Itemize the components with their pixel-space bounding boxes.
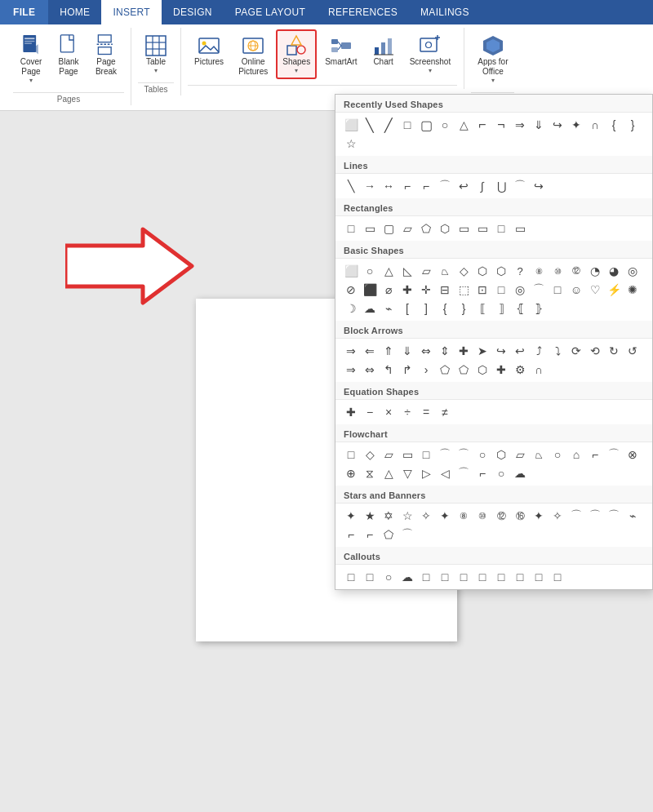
flow-internal[interactable]: □	[417, 446, 435, 464]
basic-bracket-r[interactable]: ]	[417, 300, 435, 317]
line-curved-arrow[interactable]: ↩	[455, 177, 473, 195]
banner-ribbon[interactable]: ⌐	[342, 526, 360, 544]
basic-donut[interactable]: ◎	[624, 262, 642, 280]
block-up[interactable]: ⇑	[380, 342, 398, 360]
flow-database[interactable]: ○	[492, 464, 510, 482]
rect-7[interactable]: ▭	[455, 220, 473, 237]
basic-heart[interactable]: ♡	[586, 281, 604, 299]
eq-equals[interactable]: =	[417, 403, 435, 421]
tab-design[interactable]: DESIGN	[162, 0, 224, 24]
shape-arrow-right[interactable]: ⇒	[511, 116, 529, 134]
star-7pt[interactable]: ☆	[398, 507, 416, 525]
online-pictures-button[interactable]: OnlinePictures	[232, 29, 274, 82]
banner-scroll[interactable]: ⌒	[605, 507, 623, 525]
basic-question[interactable]: ?	[511, 262, 529, 280]
rect-10[interactable]: ▭	[511, 220, 529, 237]
flow-loop-limit[interactable]: ⌐	[473, 464, 491, 482]
block-left-right[interactable]: ⇔	[417, 342, 435, 360]
block-cw-rotate[interactable]: ⟳	[567, 342, 585, 360]
block-plus-arrow[interactable]: ✚	[492, 361, 510, 379]
basic-brace-l[interactable]: {	[436, 300, 454, 317]
smartart-button[interactable]: SmartArt	[318, 29, 363, 72]
flow-cloud[interactable]: ☁	[511, 464, 529, 482]
line-double-arrow[interactable]: ↔	[380, 177, 398, 195]
flow-decision[interactable]: ◇	[361, 446, 379, 464]
shape-text-box[interactable]: ⬜	[342, 116, 360, 134]
shape-triangle[interactable]: △	[455, 116, 473, 134]
banner-curved2[interactable]: ⌒	[586, 507, 604, 525]
block-bent-down[interactable]: ↱	[398, 361, 416, 379]
line-connector-curved[interactable]: ↪	[530, 177, 548, 195]
eq-minus[interactable]: −	[361, 403, 379, 421]
line-scribble[interactable]: ∫	[473, 177, 491, 195]
basic-flow-alt[interactable]: ⌁	[380, 300, 398, 317]
flow-summing[interactable]: ⊗	[624, 446, 642, 464]
basic-snip-round[interactable]: ◎	[511, 281, 529, 299]
basic-bracket-l[interactable]: [	[398, 300, 416, 317]
basic-pie[interactable]: ◔	[586, 262, 604, 280]
line-elbow-arrow[interactable]: ⌐	[417, 177, 435, 195]
block-double-arrow2[interactable]: ⇔	[361, 361, 379, 379]
shape-star5[interactable]: ☆	[342, 135, 360, 153]
shapes-button[interactable]: Shapes ▾	[276, 29, 317, 79]
block-curved-left[interactable]: ↩	[511, 342, 529, 360]
callout-line[interactable]: □	[417, 568, 435, 586]
basic-no-symbol[interactable]: ⊘	[342, 281, 360, 299]
star-6pt[interactable]: ✡	[380, 507, 398, 525]
tab-insert[interactable]: INSERT	[101, 0, 162, 24]
flow-document[interactable]: ⌒	[436, 446, 454, 464]
flow-or[interactable]: ⊕	[342, 464, 360, 482]
flow-process2[interactable]: ▱	[380, 446, 398, 464]
flow-display[interactable]: ◁	[436, 464, 454, 482]
shape-line2[interactable]: ╱	[380, 116, 398, 134]
block-right[interactable]: ⇒	[342, 342, 360, 360]
callout-oval[interactable]: ○	[380, 568, 398, 586]
basic-can[interactable]: ⌀	[380, 281, 398, 299]
callout-border[interactable]: □	[511, 568, 529, 586]
star-16pt[interactable]: ⑩	[473, 507, 491, 525]
eq-divide[interactable]: ÷	[398, 403, 416, 421]
flow-punch-tape[interactable]: ⌒	[605, 446, 623, 464]
block-bent-up[interactable]: ↰	[380, 361, 398, 379]
basic-hexagon[interactable]: ⬡	[473, 262, 491, 280]
basic-lightning[interactable]: ⚡	[605, 281, 623, 299]
callout-rect[interactable]: □	[342, 568, 360, 586]
basic-oval[interactable]: ○	[361, 262, 379, 280]
rect-6[interactable]: ⬡	[436, 220, 454, 237]
block-loop2[interactable]: ↺	[624, 342, 642, 360]
basic-moon[interactable]: ☽	[342, 300, 360, 317]
apps-button[interactable]: Apps forOffice ▾	[471, 29, 514, 89]
shape-rect[interactable]: □	[398, 116, 416, 134]
eq-plus[interactable]: ✚	[342, 403, 360, 421]
rect-4[interactable]: ▱	[398, 220, 416, 237]
table-button[interactable]: Table ▾	[138, 29, 174, 79]
basic-10[interactable]: ⑩	[549, 262, 566, 280]
star-explosion2[interactable]: ✧	[549, 507, 566, 525]
block-notch[interactable]: ⬡	[473, 361, 491, 379]
shape-four-pt-star[interactable]: ✦	[567, 116, 585, 134]
line-arrow[interactable]: →	[361, 177, 379, 195]
block-chevron[interactable]: ›	[417, 361, 435, 379]
callout-border2[interactable]: □	[530, 568, 548, 586]
shape-ellipse[interactable]: ○	[436, 116, 454, 134]
rect-8[interactable]: ▭	[473, 220, 491, 237]
rect-5[interactable]: ⬠	[417, 220, 435, 237]
flow-magnetic-disk[interactable]: ▽	[398, 464, 416, 482]
flow-manual-loop[interactable]: ⌒	[455, 464, 473, 482]
flow-sequential[interactable]: △	[380, 464, 398, 482]
block-pentagon2[interactable]: ⬠	[455, 361, 473, 379]
block-arrow-right2[interactable]: ➤	[473, 342, 491, 360]
basic-brace-r[interactable]: }	[455, 300, 473, 317]
flow-preparation[interactable]: ⬡	[492, 446, 510, 464]
star-12pt[interactable]: ⑧	[455, 507, 473, 525]
basic-snip-rect[interactable]: □	[492, 281, 510, 299]
basic-bracket-l2[interactable]: ⟦	[473, 300, 491, 317]
basic-sun[interactable]: ✺	[624, 281, 642, 299]
basic-textbox[interactable]: ⬜	[342, 262, 360, 280]
block-u-turn2[interactable]: ⤵	[549, 342, 566, 360]
callout-rect2[interactable]: □	[361, 568, 379, 586]
shape-rt-angle2[interactable]: ¬	[492, 116, 510, 134]
basic-stripe[interactable]: ⊡	[473, 281, 491, 299]
blank-page-button[interactable]: BlankPage	[51, 29, 87, 82]
block-u-turn[interactable]: ⤴	[530, 342, 548, 360]
